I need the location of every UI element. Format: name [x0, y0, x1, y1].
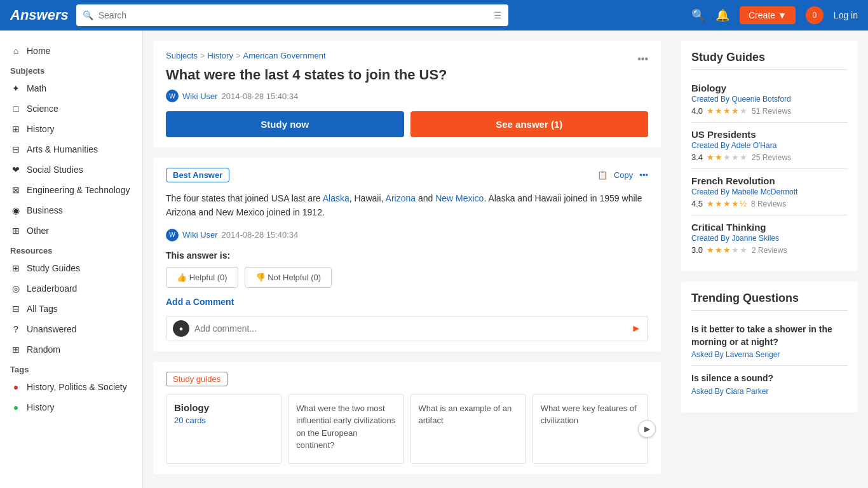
sidebar-item-social[interactable]: ❤ Social Studies	[0, 159, 142, 180]
breadcrumb-history[interactable]: History	[207, 51, 233, 60]
sg-us-presidents-reviews: 25 Reviews	[752, 153, 791, 162]
best-answer-badge: Best Answer	[166, 168, 229, 182]
helpful-button[interactable]: 👍 Helpful (0)	[166, 267, 238, 288]
study-card-4[interactable]: What were key features of civilization	[532, 394, 648, 464]
sidebar-study-guides-label: Study Guides	[27, 263, 80, 273]
add-comment-link[interactable]: Add a Comment	[166, 297, 648, 307]
question-card: Subjects > History > American Government…	[153, 41, 661, 147]
all-tags-icon: ⊟	[10, 303, 22, 315]
unanswered-icon: ?	[10, 323, 22, 335]
question-user-avatar: W	[166, 90, 179, 102]
sidebar-item-leaderboard[interactable]: ◎ Leaderboard	[0, 278, 142, 299]
send-icon[interactable]: ►	[631, 323, 641, 334]
answer-user[interactable]: Wiki User	[182, 230, 218, 240]
sidebar-item-unanswered[interactable]: ? Unanswered	[0, 319, 142, 339]
question-meta: W Wiki User 2014-08-28 15:40:34	[166, 90, 648, 102]
history-icon: ⊞	[10, 123, 22, 135]
study-guides-label: Study guides	[166, 372, 227, 386]
sidebar-item-tag-history[interactable]: ● History	[0, 397, 142, 417]
resources-header: Resources	[0, 241, 142, 258]
sg-biology-creator-link[interactable]: Queenie Botsford	[731, 95, 790, 104]
sidebar-item-engineering[interactable]: ⊠ Engineering & Technology	[0, 180, 142, 200]
sidebar-item-all-tags[interactable]: ⊟ All Tags	[0, 299, 142, 319]
sidebar-item-business[interactable]: ◉ Business	[0, 200, 142, 220]
arizona-link[interactable]: Arizona	[386, 193, 416, 203]
sg-critical-thinking-stars: ★★★★★	[707, 245, 748, 255]
answer-header: Best Answer 📋 Copy •••	[166, 168, 648, 182]
trending-item-1: Is it better to take a shower in the mor…	[691, 317, 848, 366]
breadcrumb: Subjects > History > American Government	[166, 51, 326, 60]
answer-text-mid1: , Hawaii,	[349, 193, 386, 203]
sg-critical-thinking-creator-link[interactable]: Joanne Skiles	[731, 234, 779, 243]
sg-us-presidents-creator-link[interactable]: Adele O'Hara	[731, 141, 777, 150]
see-answer-button[interactable]: See answer (1)	[410, 111, 649, 137]
trending-asker-1[interactable]: Laverna Senger	[726, 350, 780, 359]
notification-icon[interactable]: 🔔	[715, 8, 729, 22]
sidebar-item-math[interactable]: ✦ Math	[0, 78, 142, 98]
tag-history-icon: ●	[10, 402, 22, 413]
sidebar-item-other[interactable]: ⊞ Other	[0, 220, 142, 241]
filter-icon[interactable]: ☰	[494, 10, 502, 20]
study-card-biology[interactable]: Biology 20 cards	[166, 394, 281, 464]
sidebar-tag-history-label: History	[27, 402, 55, 412]
sg-critical-thinking-score: 3.0	[691, 245, 703, 255]
trending-q-2[interactable]: Is silence a sound?	[691, 372, 848, 385]
sidebar-item-random[interactable]: ⊞ Random	[0, 339, 142, 360]
search-icon-header[interactable]: 🔍	[691, 8, 705, 22]
sidebar-item-history[interactable]: ⊞ History	[0, 119, 142, 139]
study-now-button[interactable]: Study now	[166, 111, 404, 137]
sidebar-social-label: Social Studies	[27, 165, 83, 175]
sg-french-revolution-rating: 4.5 ★★★★½ 8 Reviews	[691, 199, 848, 208]
sidebar-item-science[interactable]: □ Science	[0, 98, 142, 119]
sidebar-arts-label: Arts & Humanities	[27, 144, 98, 154]
study-card-2[interactable]: What were the two most influential early…	[288, 394, 403, 464]
rating-buttons: 👍 Helpful (0) 👎 Not Helpful (0)	[166, 267, 648, 288]
new-mexico-link[interactable]: New Mexico	[435, 193, 484, 203]
sg-us-presidents-name[interactable]: US Presidents	[691, 129, 848, 140]
leaderboard-icon: ◎	[10, 283, 22, 294]
not-helpful-label: Not Helpful (0)	[268, 273, 321, 282]
not-helpful-button[interactable]: 👎 Not Helpful (0)	[245, 267, 332, 288]
answer-menu[interactable]: •••	[639, 170, 648, 180]
copy-icon: 📋	[597, 170, 607, 180]
trending-q-1[interactable]: Is it better to take a shower in the mor…	[691, 323, 848, 348]
sg-biology-name[interactable]: Biology	[691, 83, 848, 93]
study-card-3[interactable]: What is an example of an artifact	[410, 394, 526, 464]
sidebar-math-label: Math	[27, 83, 46, 93]
sg-biology-reviews: 51 Reviews	[752, 107, 791, 116]
sg-biology-creator: Created By Queenie Botsford	[691, 95, 848, 104]
sidebar-item-tag-history-politics[interactable]: ● History, Politics & Society	[0, 377, 142, 397]
answer-timestamp: 2014-08-28 15:40:34	[222, 230, 299, 240]
sidebar-item-study-guides[interactable]: ⊞ Study Guides	[0, 258, 142, 278]
sg-french-revolution-name[interactable]: French Revolution	[691, 175, 848, 186]
sidebar-item-arts[interactable]: ⊟ Arts & Humanities	[0, 139, 142, 159]
logo: Answers	[10, 7, 69, 24]
main-content: Subjects > History > American Government…	[143, 30, 671, 488]
comment-user-avatar: ●	[173, 320, 189, 337]
sg-critical-thinking-name[interactable]: Critical Thinking	[691, 222, 848, 233]
trending-asker-2[interactable]: Ciara Parker	[726, 387, 768, 396]
alaska-link[interactable]: Alaska	[323, 193, 349, 203]
question-user[interactable]: Wiki User	[182, 92, 218, 101]
avatar-icon: 0	[813, 11, 817, 20]
sidebar-unanswered-label: Unanswered	[27, 324, 77, 334]
search-bar: 🔍 ☰	[76, 4, 508, 26]
create-button[interactable]: Create ▼	[740, 6, 796, 24]
breadcrumb-subjects[interactable]: Subjects	[166, 51, 198, 60]
login-link[interactable]: Log in	[834, 10, 858, 20]
comment-input[interactable]	[194, 323, 626, 334]
search-input[interactable]	[98, 10, 491, 20]
page-layout: ⌂ Home Subjects ✦ Math □ Science ⊞ Histo…	[0, 30, 868, 488]
sg-french-revolution-creator-link[interactable]: Mabelle McDermott	[731, 187, 797, 196]
action-buttons: Study now See answer (1)	[166, 111, 648, 137]
sg-biology-rating: 4.0 ★★★★★ 51 Reviews	[691, 106, 848, 116]
answer-rating-label: This answer is:	[166, 250, 648, 261]
next-cards-button[interactable]: ▶	[638, 420, 656, 438]
right-study-guides-card: Study Guides Biology Created By Queenie …	[681, 41, 858, 271]
sidebar-item-home[interactable]: ⌂ Home	[0, 41, 142, 61]
copy-label[interactable]: Copy	[614, 170, 633, 180]
comment-input-row: ● ►	[166, 316, 648, 341]
right-trending-card: Trending Questions Is it better to take …	[681, 281, 858, 412]
breadcrumb-american-government[interactable]: American Government	[243, 51, 326, 60]
question-menu[interactable]: •••	[637, 53, 648, 65]
